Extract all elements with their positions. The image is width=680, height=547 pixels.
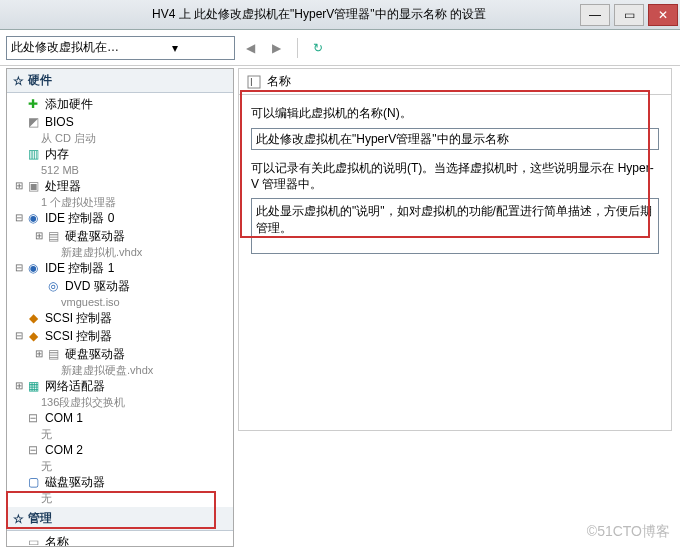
tree-node[interactable]: ◆ SCSI 控制器 [7, 309, 233, 327]
hardware-section-label: 硬件 [28, 72, 52, 89]
vm-description-input[interactable] [251, 198, 659, 254]
tree-node-label: SCSI 控制器 [45, 328, 112, 344]
tree-node[interactable]: ▭ 名称 [7, 533, 233, 547]
tree-node[interactable]: ⊟ COM 1 [7, 409, 233, 427]
tree-node-label: 磁盘驱动器 [45, 474, 105, 490]
panel-body: 可以编辑此虚拟机的名称(N)。 可以记录有关此虚拟机的说明(T)。当选择虚拟机时… [238, 95, 672, 431]
expand-toggle[interactable]: ⊟ [13, 260, 25, 276]
close-button[interactable]: ✕ [648, 4, 678, 26]
tree-node-subtext: 新建虚拟硬盘.vhdx [27, 363, 233, 377]
expand-toggle[interactable]: ⊞ [33, 346, 45, 362]
tree-node-subtext: 新建虚拟机.vhdx [27, 245, 233, 259]
nic-icon: ▦ [25, 378, 41, 394]
expand-toggle[interactable]: ⊟ [13, 328, 25, 344]
tree-node-label: 名称 [45, 534, 69, 547]
tree-node[interactable]: ⊞ ▤ 硬盘驱动器 [27, 345, 233, 363]
management-tree: ▭ 名称此处修改虚拟机在"HyperV管... ❖ 集成服务 [7, 531, 233, 547]
tree-node[interactable]: ▥ 内存 [7, 145, 233, 163]
hdd-icon: ▤ [45, 228, 61, 244]
memory-icon: ▥ [25, 146, 41, 162]
tree-node[interactable]: ⊟ ◉ IDE 控制器 1 [7, 259, 233, 277]
tree-node-label: BIOS [45, 114, 74, 130]
tree-node-label: 处理器 [45, 178, 81, 194]
add-hw-icon: ✚ [25, 96, 41, 112]
window-title: HV4 上 此处修改虚拟机在"HyperV管理器"中的显示名称 的设置 [0, 6, 578, 23]
watermark: ©51CTO博客 [587, 523, 670, 541]
hardware-tree: ✚ 添加硬件 ◩ BIOS从 CD 启动 ▥ 内存512 MB⊞ ▣ 处理器1 … [7, 93, 233, 507]
star-icon: ☆ [13, 512, 24, 526]
tree-node-subtext: vmguest.iso [27, 295, 233, 309]
minimize-button[interactable]: — [580, 4, 610, 26]
tree-node-subtext: 512 MB [7, 163, 233, 177]
sidebar: ☆ 硬件 ✚ 添加硬件 ◩ BIOS从 CD 启动 ▥ 内存512 MB⊞ ▣ … [6, 68, 234, 547]
title-bar: HV4 上 此处修改虚拟机在"HyperV管理器"中的显示名称 的设置 — ▭ … [0, 0, 680, 30]
tree-node-subtext: 1 个虚拟处理器 [7, 195, 233, 209]
tree-node-label: DVD 驱动器 [65, 278, 130, 294]
tree-node-subtext: 无 [7, 427, 233, 441]
tree-node[interactable]: ⊞ ▦ 网络适配器 [7, 377, 233, 395]
settings-panel: I 名称 可以编辑此虚拟机的名称(N)。 可以记录有关此虚拟机的说明(T)。当选… [238, 68, 672, 547]
toolbar: 此处修改虚拟机在"HyperV管理器"中的 ▾ ◀ ▶ ↻ [0, 30, 680, 66]
tree-node-label: SCSI 控制器 [45, 310, 112, 326]
management-section-header[interactable]: ☆ 管理 [7, 507, 233, 531]
maximize-button[interactable]: ▭ [614, 4, 644, 26]
tree-node[interactable]: ▢ 磁盘驱动器 [7, 473, 233, 491]
tree-node-label: 添加硬件 [45, 96, 93, 112]
tree-node-label: 内存 [45, 146, 69, 162]
cpu-icon: ▣ [25, 178, 41, 194]
divider [297, 38, 298, 58]
expand-toggle[interactable]: ⊞ [13, 178, 25, 194]
scsi-icon: ◆ [25, 328, 41, 344]
tree-node-label: COM 2 [45, 442, 83, 458]
vm-selector-combo[interactable]: 此处修改虚拟机在"HyperV管理器"中的 ▾ [6, 36, 235, 60]
nav-prev-button[interactable]: ◀ [241, 38, 261, 58]
tree-node-label: 硬盘驱动器 [65, 346, 125, 362]
chevron-down-icon[interactable]: ▾ [120, 41, 229, 55]
vm-name-input[interactable] [251, 128, 659, 150]
floppy-icon: ▢ [25, 474, 41, 490]
tree-node-label: COM 1 [45, 410, 83, 426]
hardware-section-header[interactable]: ☆ 硬件 [7, 69, 233, 93]
tree-node[interactable]: ⊟ ◉ IDE 控制器 0 [7, 209, 233, 227]
bios-icon: ◩ [25, 114, 41, 130]
dvd-icon: ◎ [45, 278, 61, 294]
panel-header: I 名称 [238, 68, 672, 95]
star-icon: ☆ [13, 74, 24, 88]
com-icon: ⊟ [25, 442, 41, 458]
com-icon: ⊟ [25, 410, 41, 426]
tree-node-label: IDE 控制器 0 [45, 210, 114, 226]
tree-node[interactable]: ◩ BIOS [7, 113, 233, 131]
tree-node-subtext: 无 [7, 459, 233, 473]
tree-node-label: 硬盘驱动器 [65, 228, 125, 244]
expand-toggle[interactable]: ⊞ [33, 228, 45, 244]
vm-selector-value: 此处修改虚拟机在"HyperV管理器"中的 [11, 39, 120, 56]
ide-icon: ◉ [25, 210, 41, 226]
tree-node-subtext: 136段虚拟交换机 [7, 395, 233, 409]
scsi-icon: ◆ [25, 310, 41, 326]
main-area: ☆ 硬件 ✚ 添加硬件 ◩ BIOS从 CD 启动 ▥ 内存512 MB⊞ ▣ … [0, 66, 680, 547]
panel-title-text: 名称 [267, 73, 291, 90]
tree-node-subtext: 无 [7, 491, 233, 505]
refresh-button[interactable]: ↻ [308, 38, 328, 58]
tree-node[interactable]: ⊟ ◆ SCSI 控制器 [7, 327, 233, 345]
ide-icon: ◉ [25, 260, 41, 276]
tree-node-label: 网络适配器 [45, 378, 105, 394]
tree-node[interactable]: ◎ DVD 驱动器 [27, 277, 233, 295]
hdd-icon: ▤ [45, 346, 61, 362]
tree-node[interactable]: ⊞ ▣ 处理器 [7, 177, 233, 195]
expand-toggle[interactable]: ⊟ [13, 210, 25, 226]
tree-node[interactable]: ⊟ COM 2 [7, 441, 233, 459]
expand-toggle[interactable]: ⊞ [13, 378, 25, 394]
tree-node-label: IDE 控制器 1 [45, 260, 114, 276]
name-icon: I [247, 75, 261, 89]
tree-node-subtext: 从 CD 启动 [7, 131, 233, 145]
name-field-label: 可以编辑此虚拟机的名称(N)。 [251, 105, 659, 122]
svg-text:I: I [250, 77, 253, 88]
tree-node[interactable]: ⊞ ▤ 硬盘驱动器 [27, 227, 233, 245]
nav-next-button[interactable]: ▶ [267, 38, 287, 58]
description-field-label: 可以记录有关此虚拟机的说明(T)。当选择虚拟机时，这些说明显示在 Hyper-V… [251, 160, 659, 192]
name-icon: ▭ [25, 534, 41, 547]
tree-node[interactable]: ✚ 添加硬件 [7, 95, 233, 113]
management-section-label: 管理 [28, 510, 52, 527]
